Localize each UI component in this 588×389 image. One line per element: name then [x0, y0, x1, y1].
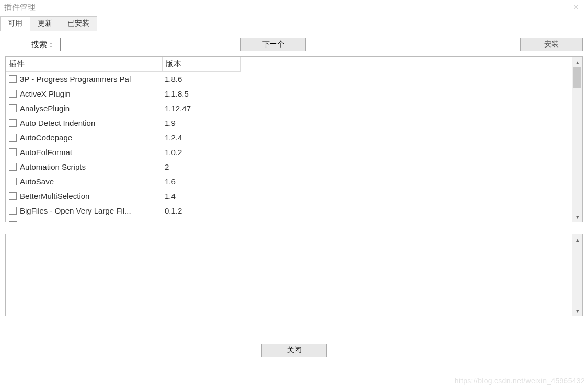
search-input[interactable]	[60, 38, 235, 51]
install-button[interactable]: 安装	[520, 38, 583, 51]
description-box: ▴ ▾	[5, 234, 583, 316]
description-text	[6, 234, 572, 316]
plugin-checkbox[interactable]	[9, 119, 17, 127]
plugin-checkbox[interactable]	[9, 90, 17, 98]
toolbar: 搜索： 下一个 安装	[5, 38, 583, 51]
table-row[interactable]: AutoCodepage1.2.4	[6, 130, 572, 145]
scroll-up-icon[interactable]: ▴	[572, 57, 582, 67]
plugin-checkbox[interactable]	[9, 134, 17, 142]
scroll-down-icon[interactable]: ▾	[572, 211, 582, 222]
table-row[interactable]: ActiveX Plugin1.1.8.5	[6, 86, 572, 101]
titlebar: 插件管理 ×	[0, 0, 588, 15]
tab-available[interactable]: 可用	[0, 16, 30, 31]
scroll-track[interactable]	[572, 67, 582, 211]
window-title: 插件管理	[4, 3, 36, 13]
plugin-checkbox[interactable]	[9, 221, 17, 222]
plugin-name: Automation Scripts	[20, 162, 86, 171]
table-row[interactable]: 3P - Progress Programmers Pal1.8.6	[6, 72, 572, 86]
close-button[interactable]: 关闭	[261, 344, 327, 357]
plugin-checkbox[interactable]	[9, 163, 17, 171]
plugin-checkbox[interactable]	[9, 192, 17, 200]
tab-installed[interactable]: 已安装	[60, 16, 97, 31]
plugin-version: 1.4	[163, 192, 241, 201]
column-headers: 插件 版本	[6, 57, 572, 72]
plugin-name: Auto Detect Indention	[20, 119, 95, 127]
table-row[interactable]: AnalysePlugin1.12.47	[6, 101, 572, 115]
plugin-name: BigFiles - Open Very Large Fil...	[20, 206, 131, 215]
plugin-name: AutoCodepage	[20, 133, 72, 142]
plugin-checkbox[interactable]	[9, 178, 17, 185]
plugin-version: 1.0.2	[163, 148, 241, 157]
footer: 关闭	[0, 344, 588, 357]
tab-bar: 可用 更新 已安装	[0, 16, 588, 31]
plugin-checkbox[interactable]	[9, 75, 17, 83]
plugin-name: AutoSave	[20, 177, 54, 186]
plugin-name: Bookmarks@Dook	[20, 221, 85, 222]
plugin-version: 1.8.6	[163, 75, 241, 84]
table-row[interactable]: AutoSave1.6	[6, 174, 572, 188]
plugin-name: 3P - Progress Programmers Pal	[20, 75, 131, 84]
table-row[interactable]: Automation Scripts2	[6, 159, 572, 174]
plugin-name: BetterMultiSelection	[20, 192, 89, 201]
plugin-version: 1.1.8.5	[163, 89, 241, 98]
plugin-version: 1.9	[163, 119, 241, 127]
scroll-down-icon[interactable]: ▾	[572, 305, 582, 316]
plugin-checkbox[interactable]	[9, 148, 17, 156]
col-header-version[interactable]: 版本	[163, 57, 241, 72]
plugin-version: 1.2.4	[163, 133, 241, 142]
search-label: 搜索：	[31, 40, 55, 50]
plugin-list: 插件 版本 3P - Progress Programmers Pal1.8.6…	[5, 56, 583, 222]
plugin-checkbox[interactable]	[9, 207, 17, 215]
plugin-version: 1.6	[163, 177, 241, 186]
plugin-version: 1.12.47	[163, 104, 241, 113]
close-icon[interactable]: ×	[568, 1, 584, 14]
col-header-plugin[interactable]: 插件	[6, 57, 163, 72]
list-scrollbar[interactable]: ▴ ▾	[572, 57, 582, 222]
plugin-version: 2	[163, 162, 241, 171]
scroll-thumb[interactable]	[573, 67, 581, 88]
plugin-name: AnalysePlugin	[20, 104, 70, 113]
scroll-up-icon[interactable]: ▴	[572, 234, 582, 245]
tab-update[interactable]: 更新	[30, 16, 60, 31]
next-button[interactable]: 下一个	[240, 38, 306, 51]
plugin-rows: 3P - Progress Programmers Pal1.8.6Active…	[6, 72, 572, 222]
plugin-name: ActiveX Plugin	[20, 89, 71, 98]
plugin-version: 2.1	[163, 221, 241, 222]
plugin-version: 0.1.2	[163, 206, 241, 215]
table-row[interactable]: Bookmarks@Dook2.1	[6, 218, 572, 222]
table-row[interactable]: BetterMultiSelection1.4	[6, 188, 572, 203]
table-row[interactable]: AutoEolFormat1.0.2	[6, 145, 572, 159]
watermark: https://blog.csdn.net/weixin_45965432	[455, 376, 585, 385]
desc-scrollbar[interactable]: ▴ ▾	[572, 234, 582, 316]
table-row[interactable]: BigFiles - Open Very Large Fil...0.1.2	[6, 203, 572, 218]
table-row[interactable]: Auto Detect Indention1.9	[6, 115, 572, 130]
plugin-name: AutoEolFormat	[20, 148, 72, 157]
scroll-track[interactable]	[572, 245, 582, 305]
plugin-checkbox[interactable]	[9, 104, 17, 112]
tab-content: 搜索： 下一个 安装 插件 版本 3P - Progress Programme…	[0, 31, 588, 322]
